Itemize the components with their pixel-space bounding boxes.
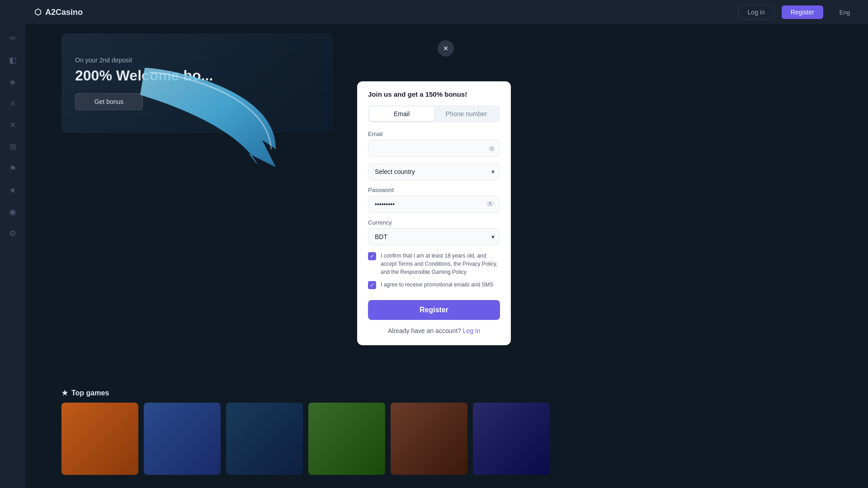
terms-label: I confirm that I am at least 18 years ol… — [381, 252, 500, 276]
login-prompt: Already have an account? Log in — [368, 327, 500, 334]
email-label: Email — [368, 131, 500, 137]
site-logo: ⬡ A2Casino — [34, 7, 83, 17]
games-section-title: ★ Top games — [61, 389, 859, 397]
already-account-text: Already have an account? — [388, 327, 461, 334]
promo-checkbox-group: I agree to receive promotional emails an… — [368, 281, 500, 289]
register-submit-button[interactable]: Register — [368, 300, 500, 320]
banner-subtitle: On your 2nd deposit — [75, 56, 319, 64]
sidebar-icon-globe[interactable]: ◉ — [6, 205, 19, 219]
register-header-button[interactable]: Register — [782, 5, 823, 19]
terms-checkbox[interactable] — [368, 252, 376, 260]
games-grid — [61, 403, 859, 475]
game-card-thunder[interactable] — [61, 403, 138, 475]
header: ⬡ A2Casino Log in Register Eng — [25, 0, 868, 24]
terms-checkbox-group: I confirm that I am at least 18 years ol… — [368, 252, 500, 276]
currency-form-group: Currency BDTUSDEURGBP ▾ — [368, 219, 500, 245]
tab-email[interactable]: Email — [369, 107, 434, 121]
promo-banner: On your 2nd deposit 200% Welcome bo... G… — [61, 33, 333, 133]
email-input[interactable] — [368, 140, 500, 157]
sidebar-icon-star[interactable]: ★ — [6, 183, 19, 197]
sidebar-icon-game[interactable]: ⊞ — [6, 140, 19, 154]
sidebar-icon-list[interactable]: ◧ — [6, 53, 19, 67]
logo-icon: ⬡ — [34, 7, 42, 17]
game-card-aztec[interactable] — [391, 403, 467, 475]
email-form-group: Email ⊗ — [368, 131, 500, 157]
login-button[interactable]: Log in — [738, 5, 774, 19]
sidebar: ✏ ◧ ◈ ≡ ✕ ⊞ ⚑ ★ ◉ ⚙ — [0, 0, 25, 488]
email-clear-icon[interactable]: ⊗ — [489, 144, 495, 153]
game-card-dua[interactable] — [226, 403, 303, 475]
promo-checkbox[interactable] — [368, 281, 376, 289]
currency-label: Currency — [368, 219, 500, 226]
logo-text: A2Casino — [45, 8, 83, 17]
modal-header: Join us and get a 150% bonus! — [357, 81, 511, 98]
password-input[interactable] — [368, 196, 500, 213]
game-card-magic-lamps[interactable] — [144, 403, 221, 475]
currency-select[interactable]: BDTUSDEURGBP — [368, 228, 500, 245]
promo-label: I agree to receive promotional emails an… — [381, 281, 493, 289]
star-icon: ★ — [61, 389, 68, 397]
registration-modal: Join us and get a 150% bonus! Email Phon… — [357, 81, 511, 345]
language-selector[interactable]: Eng — [830, 6, 859, 19]
sidebar-icon-edit[interactable]: ✏ — [6, 32, 19, 45]
game-card-extra[interactable] — [473, 403, 550, 475]
sidebar-icon-settings[interactable]: ⚙ — [6, 227, 19, 240]
modal-close-button[interactable]: × — [438, 40, 454, 56]
password-input-wrapper: 👁 — [368, 196, 500, 213]
sidebar-icon-trophy[interactable]: ⚑ — [6, 162, 19, 175]
sidebar-icon-menu[interactable]: ≡ — [6, 97, 19, 110]
email-input-wrapper: ⊗ — [368, 140, 500, 157]
password-form-group: Password 👁 — [368, 187, 500, 213]
country-form-group: Select country ▾ — [368, 163, 500, 180]
get-bonus-button[interactable]: Get bonus — [75, 93, 143, 110]
tab-bar: Email Phone number — [368, 105, 500, 122]
games-section: ★ Top games — [61, 389, 859, 488]
modal-title: Join us and get a 150% bonus! — [368, 90, 500, 98]
login-link[interactable]: Log in — [463, 327, 480, 334]
modal-body: Email Phone number Email ⊗ Select countr… — [357, 98, 511, 345]
banner-title: 200% Welcome bo... — [75, 67, 319, 84]
currency-select-wrapper: BDTUSDEURGBP ▾ — [368, 228, 500, 245]
game-card-dragon-pearls[interactable] — [308, 403, 385, 475]
tab-phone[interactable]: Phone number — [434, 107, 499, 121]
country-select[interactable]: Select country — [368, 163, 500, 180]
password-eye-icon[interactable]: 👁 — [486, 200, 495, 209]
sidebar-icon-close[interactable]: ✕ — [6, 118, 19, 132]
sidebar-icon-bookmark[interactable]: ◈ — [6, 75, 19, 89]
password-label: Password — [368, 187, 500, 193]
country-select-wrapper: Select country ▾ — [368, 163, 500, 180]
